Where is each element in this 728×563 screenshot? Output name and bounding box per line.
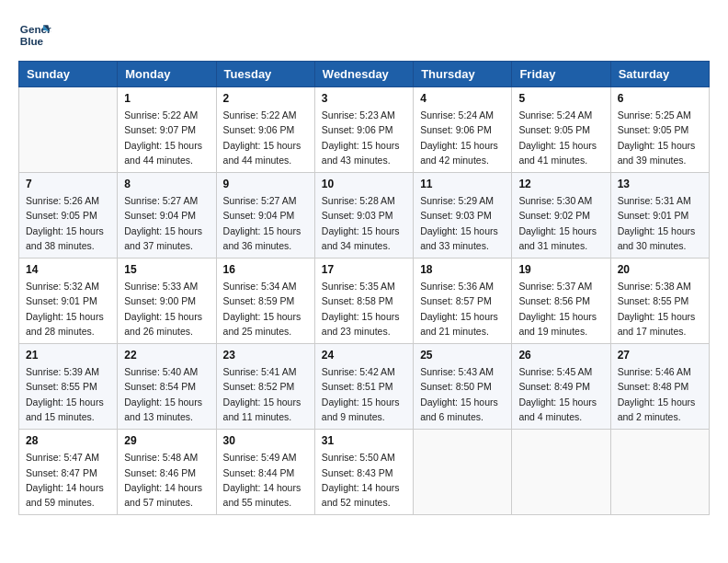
day-info: Sunrise: 5:29 AM Sunset: 9:03 PM Dayligh… (420, 193, 505, 253)
day-number: 17 (322, 263, 406, 276)
day-number: 4 (420, 92, 505, 105)
day-number: 1 (124, 92, 209, 105)
day-number: 23 (223, 349, 308, 362)
day-number: 7 (26, 178, 110, 190)
calendar-cell: 2Sunrise: 5:22 AM Sunset: 9:06 PM Daylig… (216, 87, 314, 173)
day-info: Sunrise: 5:35 AM Sunset: 8:58 PM Dayligh… (322, 279, 406, 339)
day-number: 2 (223, 92, 308, 105)
calendar-cell: 7Sunrise: 5:26 AM Sunset: 9:05 PM Daylig… (19, 173, 118, 259)
calendar-table: SundayMondayTuesdayWednesdayThursdayFrid… (18, 61, 710, 515)
day-number: 28 (26, 434, 110, 447)
calendar-week-row: 28Sunrise: 5:47 AM Sunset: 8:47 PM Dayli… (19, 430, 710, 515)
column-header-wednesday: Wednesday (314, 62, 413, 87)
day-info: Sunrise: 5:27 AM Sunset: 9:04 PM Dayligh… (223, 193, 308, 253)
calendar-cell: 31Sunrise: 5:50 AM Sunset: 8:43 PM Dayli… (314, 430, 413, 515)
day-number: 27 (618, 349, 702, 362)
day-info: Sunrise: 5:30 AM Sunset: 9:02 PM Dayligh… (518, 193, 603, 253)
calendar-cell: 8Sunrise: 5:27 AM Sunset: 9:04 PM Daylig… (118, 173, 216, 259)
day-info: Sunrise: 5:31 AM Sunset: 9:01 PM Dayligh… (618, 193, 702, 253)
day-number: 15 (124, 263, 209, 276)
day-info: Sunrise: 5:38 AM Sunset: 8:55 PM Dayligh… (618, 279, 702, 339)
day-info: Sunrise: 5:25 AM Sunset: 9:05 PM Dayligh… (618, 108, 702, 167)
calendar-cell: 21Sunrise: 5:39 AM Sunset: 8:55 PM Dayli… (19, 344, 118, 430)
calendar-week-row: 7Sunrise: 5:26 AM Sunset: 9:05 PM Daylig… (19, 173, 710, 259)
day-info: Sunrise: 5:48 AM Sunset: 8:46 PM Dayligh… (124, 450, 209, 510)
calendar-cell: 28Sunrise: 5:47 AM Sunset: 8:47 PM Dayli… (19, 430, 118, 515)
day-info: Sunrise: 5:36 AM Sunset: 8:57 PM Dayligh… (420, 279, 505, 339)
column-header-thursday: Thursday (414, 62, 512, 87)
calendar-cell: 26Sunrise: 5:45 AM Sunset: 8:49 PM Dayli… (512, 344, 610, 430)
day-info: Sunrise: 5:46 AM Sunset: 8:48 PM Dayligh… (618, 364, 702, 424)
day-number: 25 (420, 349, 505, 362)
calendar-cell (512, 430, 610, 515)
day-number: 31 (322, 434, 406, 447)
day-info: Sunrise: 5:22 AM Sunset: 9:06 PM Dayligh… (223, 108, 308, 167)
calendar-cell: 3Sunrise: 5:23 AM Sunset: 9:06 PM Daylig… (314, 87, 413, 173)
day-info: Sunrise: 5:45 AM Sunset: 8:49 PM Dayligh… (518, 364, 603, 424)
day-number: 18 (420, 263, 505, 276)
calendar-cell (19, 87, 118, 173)
calendar-cell: 18Sunrise: 5:36 AM Sunset: 8:57 PM Dayli… (414, 259, 512, 344)
calendar-cell: 27Sunrise: 5:46 AM Sunset: 8:48 PM Dayli… (610, 344, 709, 430)
calendar-cell: 6Sunrise: 5:25 AM Sunset: 9:05 PM Daylig… (610, 87, 709, 173)
day-info: Sunrise: 5:34 AM Sunset: 8:59 PM Dayligh… (223, 279, 308, 339)
calendar-week-row: 21Sunrise: 5:39 AM Sunset: 8:55 PM Dayli… (19, 344, 710, 430)
day-info: Sunrise: 5:42 AM Sunset: 8:51 PM Dayligh… (322, 364, 406, 424)
column-header-tuesday: Tuesday (216, 62, 314, 87)
day-number: 5 (518, 92, 603, 105)
day-number: 6 (618, 92, 702, 105)
day-info: Sunrise: 5:49 AM Sunset: 8:44 PM Dayligh… (223, 450, 308, 510)
calendar-cell: 25Sunrise: 5:43 AM Sunset: 8:50 PM Dayli… (414, 344, 512, 430)
calendar-cell: 5Sunrise: 5:24 AM Sunset: 9:05 PM Daylig… (512, 87, 610, 173)
calendar-cell: 14Sunrise: 5:32 AM Sunset: 9:01 PM Dayli… (19, 259, 118, 344)
calendar-cell: 9Sunrise: 5:27 AM Sunset: 9:04 PM Daylig… (216, 173, 314, 259)
column-header-monday: Monday (118, 62, 216, 87)
calendar-cell: 17Sunrise: 5:35 AM Sunset: 8:58 PM Dayli… (314, 259, 413, 344)
day-number: 24 (322, 349, 406, 362)
calendar-cell: 15Sunrise: 5:33 AM Sunset: 9:00 PM Dayli… (118, 259, 216, 344)
day-info: Sunrise: 5:27 AM Sunset: 9:04 PM Dayligh… (124, 193, 209, 253)
day-info: Sunrise: 5:50 AM Sunset: 8:43 PM Dayligh… (322, 450, 406, 510)
day-number: 3 (322, 92, 406, 105)
calendar-cell: 29Sunrise: 5:48 AM Sunset: 8:46 PM Dayli… (118, 430, 216, 515)
day-number: 10 (322, 178, 406, 190)
day-info: Sunrise: 5:41 AM Sunset: 8:52 PM Dayligh… (223, 364, 308, 424)
calendar-cell: 30Sunrise: 5:49 AM Sunset: 8:44 PM Dayli… (216, 430, 314, 515)
calendar-cell: 22Sunrise: 5:40 AM Sunset: 8:54 PM Dayli… (118, 344, 216, 430)
day-number: 22 (124, 349, 209, 362)
calendar-cell (414, 430, 512, 515)
page-header: General Blue (18, 18, 710, 52)
day-number: 14 (26, 263, 110, 276)
calendar-cell: 20Sunrise: 5:38 AM Sunset: 8:55 PM Dayli… (610, 259, 709, 344)
day-info: Sunrise: 5:32 AM Sunset: 9:01 PM Dayligh… (26, 279, 110, 339)
day-number: 13 (618, 178, 702, 190)
logo-icon: General Blue (18, 18, 51, 52)
calendar-cell: 24Sunrise: 5:42 AM Sunset: 8:51 PM Dayli… (314, 344, 413, 430)
day-number: 20 (618, 263, 702, 276)
calendar-cell: 1Sunrise: 5:22 AM Sunset: 9:07 PM Daylig… (118, 87, 216, 173)
day-number: 26 (518, 349, 603, 362)
column-header-friday: Friday (512, 62, 610, 87)
calendar-week-row: 14Sunrise: 5:32 AM Sunset: 9:01 PM Dayli… (19, 259, 710, 344)
day-info: Sunrise: 5:22 AM Sunset: 9:07 PM Dayligh… (124, 108, 209, 167)
calendar-cell: 13Sunrise: 5:31 AM Sunset: 9:01 PM Dayli… (610, 173, 709, 259)
day-number: 21 (26, 349, 110, 362)
day-number: 16 (223, 263, 308, 276)
day-info: Sunrise: 5:37 AM Sunset: 8:56 PM Dayligh… (518, 279, 603, 339)
calendar-cell: 19Sunrise: 5:37 AM Sunset: 8:56 PM Dayli… (512, 259, 610, 344)
day-number: 30 (223, 434, 308, 447)
day-info: Sunrise: 5:24 AM Sunset: 9:06 PM Dayligh… (420, 108, 505, 167)
day-number: 19 (518, 263, 603, 276)
day-info: Sunrise: 5:26 AM Sunset: 9:05 PM Dayligh… (26, 193, 110, 253)
svg-text:Blue: Blue (20, 35, 44, 47)
day-number: 29 (124, 434, 209, 447)
logo: General Blue (18, 18, 51, 52)
column-header-sunday: Sunday (19, 62, 118, 87)
calendar-header-row: SundayMondayTuesdayWednesdayThursdayFrid… (19, 62, 710, 87)
day-number: 11 (420, 178, 505, 190)
calendar-cell: 11Sunrise: 5:29 AM Sunset: 9:03 PM Dayli… (414, 173, 512, 259)
calendar-cell: 23Sunrise: 5:41 AM Sunset: 8:52 PM Dayli… (216, 344, 314, 430)
day-info: Sunrise: 5:39 AM Sunset: 8:55 PM Dayligh… (26, 364, 110, 424)
day-number: 9 (223, 178, 308, 190)
calendar-cell: 12Sunrise: 5:30 AM Sunset: 9:02 PM Dayli… (512, 173, 610, 259)
